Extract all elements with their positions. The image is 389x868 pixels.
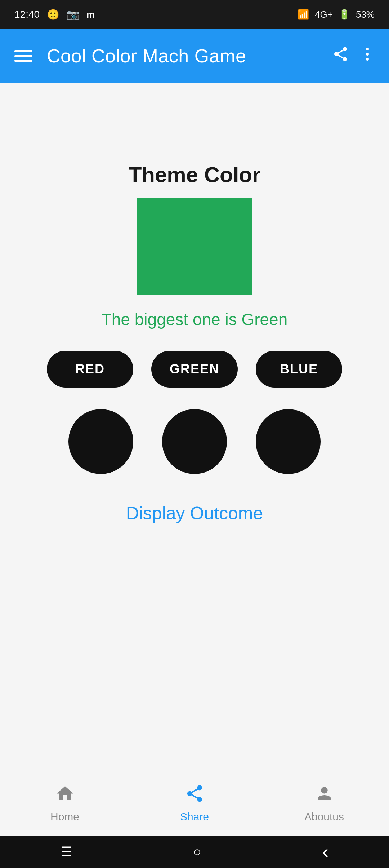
battery-icon: 🔋 xyxy=(339,9,350,20)
time-display: 12:40 xyxy=(14,9,40,20)
more-options-icon-button[interactable] xyxy=(360,45,375,67)
home-icon xyxy=(55,784,75,808)
signal-icon: 📶 xyxy=(298,9,309,20)
camera-icon: 📷 xyxy=(67,9,79,21)
status-bar: 12:40 🙂 📷 m 📶 4G+ 🔋 53% xyxy=(0,0,389,29)
color-circle-1[interactable] xyxy=(68,409,133,474)
color-circles-row xyxy=(0,409,389,474)
home-nav-label: Home xyxy=(50,811,79,823)
nav-item-share[interactable]: Share xyxy=(130,784,259,823)
android-nav-bar: ☰ ○ ‹ xyxy=(0,836,389,868)
color-circle-3[interactable] xyxy=(256,409,321,474)
share-nav-icon xyxy=(185,784,205,808)
hamburger-menu-button[interactable] xyxy=(14,50,32,62)
aboutus-nav-label: Aboutus xyxy=(304,811,344,823)
green-choice-button[interactable]: GREEN xyxy=(151,351,238,388)
app-bar: Cool Color Mach Game xyxy=(0,29,389,83)
android-menu-button[interactable]: ☰ xyxy=(61,844,72,859)
bottom-navigation: Home Share Aboutus xyxy=(0,771,389,836)
status-left: 12:40 🙂 📷 m xyxy=(14,9,95,21)
android-home-button[interactable]: ○ xyxy=(193,844,201,859)
theme-color-label: Theme Color xyxy=(129,162,261,187)
m-icon: m xyxy=(86,9,95,20)
network-label: 4G+ xyxy=(315,9,333,20)
main-content: Theme Color The biggest one is Green RED… xyxy=(0,83,389,771)
svg-point-2 xyxy=(366,58,369,61)
person-icon xyxy=(314,784,334,808)
red-choice-button[interactable]: RED xyxy=(47,351,133,388)
nav-item-aboutus[interactable]: Aboutus xyxy=(259,784,389,823)
app-bar-title: Cool Color Mach Game xyxy=(47,45,318,67)
status-right: 📶 4G+ 🔋 53% xyxy=(298,9,375,20)
share-icon-button[interactable] xyxy=(332,45,349,67)
svg-point-1 xyxy=(366,53,369,56)
theme-color-square xyxy=(137,198,252,295)
battery-label: 53% xyxy=(356,9,375,20)
color-circle-2[interactable] xyxy=(162,409,227,474)
person-status-icon: 🙂 xyxy=(47,9,59,21)
share-nav-label: Share xyxy=(180,811,209,823)
android-back-button[interactable]: ‹ xyxy=(322,841,328,863)
display-outcome-button[interactable]: Display Outcome xyxy=(126,503,263,524)
blue-choice-button[interactable]: BLUE xyxy=(256,351,342,388)
app-bar-actions xyxy=(332,45,375,67)
nav-item-home[interactable]: Home xyxy=(0,784,130,823)
hint-text: The biggest one is Green xyxy=(102,310,288,329)
choice-buttons-row: RED GREEN BLUE xyxy=(0,351,389,388)
svg-point-0 xyxy=(366,48,369,50)
